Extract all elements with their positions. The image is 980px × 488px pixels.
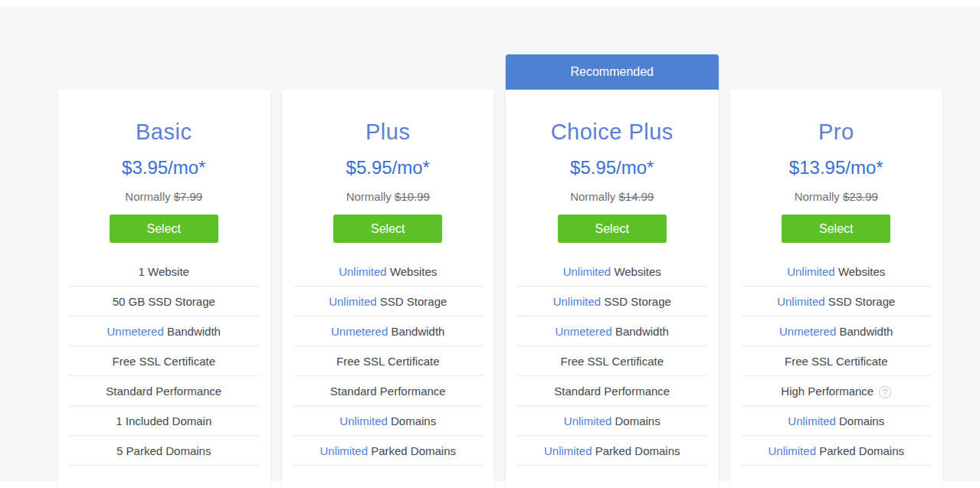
plan-feature-list: 1 Website50 GB SSD StorageUnmetered Band… bbox=[57, 257, 270, 466]
feature-row: Unmetered Bandwidth bbox=[69, 316, 259, 346]
plan-price: $13.95/mo* bbox=[730, 157, 943, 178]
feature-row: Unlimited SSD Storage bbox=[293, 287, 483, 316]
feature-text: Websites bbox=[387, 265, 438, 278]
normally-label: Normally bbox=[795, 190, 843, 203]
feature-row: Unlimited Domains bbox=[742, 406, 932, 436]
plan-card-basic: Basic $3.95/mo* Normally $7.99 Select 1 … bbox=[57, 90, 270, 488]
feature-text: Standard Performance bbox=[106, 385, 221, 398]
feature-link[interactable]: Unmetered bbox=[107, 325, 164, 338]
feature-row: 5 Parked Domains bbox=[69, 436, 259, 466]
feature-link[interactable]: Unmetered bbox=[556, 325, 612, 338]
plan-name-choice-plus: Choice Plus bbox=[506, 119, 719, 145]
feature-link[interactable]: Unlimited bbox=[339, 265, 387, 278]
feature-row: Unlimited Domains bbox=[517, 406, 707, 436]
feature-text: Bandwidth bbox=[612, 325, 669, 338]
original-price-strikethrough: $10.99 bbox=[395, 190, 430, 203]
feature-text: 1 Website bbox=[139, 265, 189, 278]
original-price-strikethrough: $7.99 bbox=[174, 190, 203, 203]
feature-text: Bandwidth bbox=[388, 325, 444, 338]
plan-feature-list: Unlimited WebsitesUnlimited SSD StorageU… bbox=[282, 257, 495, 466]
select-button-basic[interactable]: Select bbox=[110, 215, 218, 243]
feature-text: Standard Performance bbox=[554, 385, 670, 398]
feature-text: SSD Storage bbox=[377, 295, 447, 308]
help-tooltip-icon[interactable]: ? bbox=[879, 386, 891, 398]
select-button-plus[interactable]: Select bbox=[333, 215, 442, 243]
select-button-pro[interactable]: Select bbox=[782, 215, 890, 243]
feature-text: Parked Domains bbox=[368, 444, 456, 457]
feature-text: Domains bbox=[611, 414, 660, 427]
feature-text: High Performance bbox=[781, 385, 873, 398]
feature-row: Unlimited Parked Domains bbox=[742, 436, 932, 466]
plan-price: $5.95/mo* bbox=[506, 157, 719, 178]
feature-text: 1 Included Domain bbox=[116, 414, 211, 427]
original-price-strikethrough: $23.99 bbox=[843, 190, 878, 203]
feature-row: Unlimited Websites bbox=[742, 257, 932, 287]
feature-link[interactable]: Unlimited bbox=[320, 444, 368, 457]
feature-row: Unlimited Websites bbox=[293, 257, 483, 287]
feature-row: Unlimited SSD Storage bbox=[517, 287, 707, 316]
feature-link[interactable]: Unlimited bbox=[329, 295, 377, 308]
feature-row: Standard Performance bbox=[293, 376, 483, 406]
feature-text: Parked Domains bbox=[592, 444, 680, 457]
feature-row: Free SSL Certificate bbox=[69, 346, 259, 376]
feature-link[interactable]: Unlimited bbox=[787, 265, 835, 278]
feature-row: 50 GB SSD Storage bbox=[69, 287, 259, 316]
plan-feature-list: Unlimited WebsitesUnlimited SSD StorageU… bbox=[730, 257, 943, 466]
plan-normally: Normally $14.99 bbox=[506, 189, 719, 205]
feature-row: High Performance? bbox=[742, 376, 932, 406]
feature-row: Free SSL Certificate bbox=[742, 346, 932, 376]
plan-cards-row: Basic $3.95/mo* Normally $7.99 Select 1 … bbox=[57, 90, 942, 488]
feature-link[interactable]: Unlimited bbox=[563, 265, 611, 278]
feature-link[interactable]: Unlimited bbox=[768, 444, 816, 457]
feature-text: Domains bbox=[836, 414, 884, 427]
feature-text: Standard Performance bbox=[330, 385, 446, 398]
feature-row: Free SSL Certificate bbox=[293, 346, 483, 376]
original-price-strikethrough: $14.99 bbox=[618, 190, 654, 203]
feature-link[interactable]: Unlimited bbox=[788, 414, 836, 427]
feature-link[interactable]: Unlimited bbox=[553, 295, 601, 308]
normally-label: Normally bbox=[346, 190, 395, 203]
feature-row: Unlimited Websites bbox=[517, 257, 707, 287]
feature-text: Free SSL Certificate bbox=[336, 355, 440, 368]
plan-name-basic: Basic bbox=[57, 119, 270, 145]
feature-row: Standard Performance bbox=[517, 376, 707, 406]
feature-link[interactable]: Unlimited bbox=[777, 295, 825, 308]
recommended-banner-label: Recommended bbox=[571, 65, 654, 79]
feature-row: Unmetered Bandwidth bbox=[293, 316, 483, 346]
feature-text: Bandwidth bbox=[164, 325, 221, 338]
feature-text: Parked Domains bbox=[816, 444, 904, 457]
feature-text: 5 Parked Domains bbox=[116, 444, 211, 457]
feature-row: Unmetered Bandwidth bbox=[517, 316, 707, 346]
feature-row: Unlimited Parked Domains bbox=[517, 436, 707, 466]
feature-link[interactable]: Unlimited bbox=[564, 414, 612, 427]
feature-row: Unlimited Domains bbox=[293, 406, 483, 436]
select-button-choice-plus[interactable]: Select bbox=[558, 215, 667, 243]
feature-row: Unmetered Bandwidth bbox=[742, 316, 932, 346]
plan-price: $3.95/mo* bbox=[57, 157, 270, 178]
feature-row: Standard Performance bbox=[69, 376, 259, 406]
plan-normally: Normally $23.99 bbox=[730, 189, 943, 205]
feature-row: 1 Included Domain bbox=[69, 406, 259, 436]
normally-label: Normally bbox=[125, 190, 173, 203]
feature-link[interactable]: Unmetered bbox=[331, 325, 388, 338]
feature-text: Websites bbox=[835, 265, 886, 278]
feature-row: Unlimited Parked Domains bbox=[293, 436, 483, 466]
feature-text: SSD Storage bbox=[825, 295, 896, 308]
normally-label: Normally bbox=[570, 190, 618, 203]
feature-text: SSD Storage bbox=[601, 295, 671, 308]
feature-link[interactable]: Unlimited bbox=[339, 414, 388, 427]
plan-card-plus: Plus $5.95/mo* Normally $10.99 Select Un… bbox=[282, 90, 495, 488]
feature-text: Websites bbox=[611, 265, 661, 278]
plan-normally: Normally $7.99 bbox=[57, 189, 270, 205]
plan-card-pro: Pro $13.95/mo* Normally $23.99 Select Un… bbox=[730, 90, 943, 488]
feature-text: Free SSL Certificate bbox=[113, 355, 216, 368]
feature-text: 50 GB SSD Storage bbox=[113, 295, 215, 308]
plan-price: $5.95/mo* bbox=[282, 157, 495, 178]
plan-name-plus: Plus bbox=[282, 119, 495, 145]
feature-text: Domains bbox=[388, 414, 436, 427]
feature-link[interactable]: Unlimited bbox=[544, 444, 592, 457]
plan-feature-list: Unlimited WebsitesUnlimited SSD StorageU… bbox=[506, 257, 719, 466]
feature-link[interactable]: Unmetered bbox=[779, 325, 836, 338]
feature-text: Free SSL Certificate bbox=[561, 355, 664, 368]
feature-text: Bandwidth bbox=[836, 325, 893, 338]
